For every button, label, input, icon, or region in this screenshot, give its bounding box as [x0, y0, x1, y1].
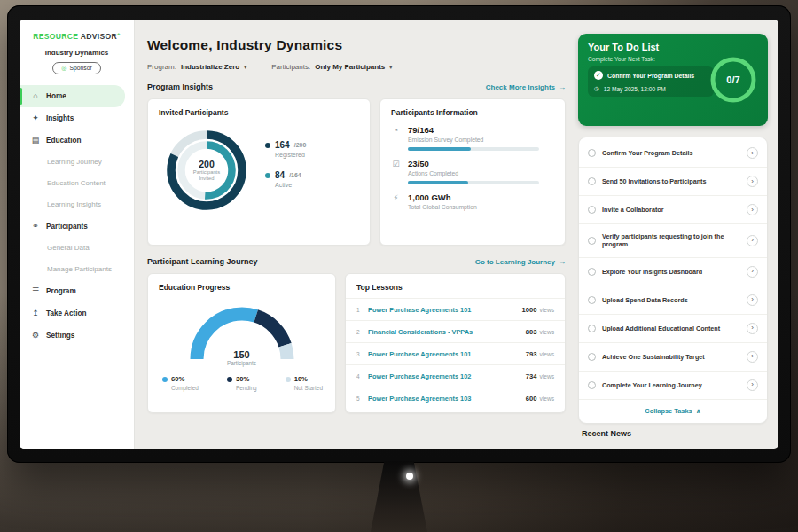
chevron-right-icon[interactable]: ›	[747, 176, 758, 187]
task-row[interactable]: Explore Your Insights Dashboard ›	[579, 258, 767, 286]
chevron-right-icon[interactable]: ›	[747, 266, 758, 278]
sidebar-item-education[interactable]: ▤ Education	[20, 129, 134, 152]
sidebar-item-learning-insights[interactable]: Learning Insights	[20, 194, 134, 215]
sponsor-badge[interactable]: ◎ Sponsor	[52, 62, 100, 74]
lesson-row[interactable]: 1 Power Purchase Agreements 101 1000 vie…	[346, 298, 565, 320]
todo-progress-count: 0/7	[708, 55, 758, 105]
take-action-icon: ↥	[31, 309, 40, 317]
lesson-title-link[interactable]: Financial Considerations - VPPAs	[368, 328, 526, 336]
sidebar-item-education-content[interactable]: Education Content	[20, 173, 134, 194]
lesson-row[interactable]: 4 Power Purchase Agreements 102 734 view…	[346, 364, 565, 387]
chevron-right-icon[interactable]: ›	[747, 351, 758, 363]
lesson-title-link[interactable]: Power Purchase Agreements 101	[368, 306, 522, 314]
task-row[interactable]: Upload Additional Educational Content ›	[579, 315, 767, 343]
task-row[interactable]: Upload Spend Data Records ›	[579, 286, 767, 315]
lesson-views: 734	[526, 372, 537, 380]
chevron-right-icon[interactable]: ›	[747, 204, 758, 215]
lesson-row[interactable]: 3 Power Purchase Agreements 101 793 view…	[346, 342, 565, 364]
task-row[interactable]: Invite a Collaborator ›	[579, 196, 767, 224]
lesson-title-link[interactable]: Power Purchase Agreements 103	[368, 395, 526, 403]
task-checkbox[interactable]	[588, 353, 596, 361]
sponsor-icon: ◎	[61, 65, 66, 72]
participants-icon: ⚭	[31, 222, 40, 231]
survey-icon: ◔	[391, 126, 401, 135]
invited-total: 200	[199, 159, 215, 169]
chevron-up-icon: ∧	[696, 407, 701, 415]
completed-label: Completed	[171, 385, 199, 391]
lesson-views-label: views	[540, 307, 555, 313]
next-task[interactable]: ✓ Confirm Your Program Details	[594, 71, 708, 80]
task-checkbox[interactable]	[588, 149, 596, 157]
sidebar-item-manage-participants[interactable]: Manage Participants	[20, 259, 134, 280]
sidebar-item-label: Take Action	[46, 309, 87, 317]
participants-filter-label: Participants:	[271, 63, 310, 71]
legend-not-started: 10% Not Started	[286, 375, 323, 391]
insights-icon: ✦	[31, 113, 40, 122]
sponsor-label: Sponsor	[69, 65, 91, 71]
gauge-center-label: 150 Participants	[184, 349, 300, 366]
task-checkbox[interactable]	[588, 177, 596, 185]
chevron-right-icon[interactable]: ›	[747, 323, 758, 334]
task-checkbox[interactable]	[588, 325, 596, 332]
program-filter-value: Industrialize Zero	[181, 63, 239, 71]
task-label: Explore Your Insights Dashboard	[602, 268, 740, 276]
task-checkbox[interactable]	[588, 296, 596, 304]
sidebar-item-participants[interactable]: ⚭ Participants	[20, 215, 134, 238]
lesson-views: 803	[526, 328, 537, 336]
task-checkbox[interactable]	[588, 381, 596, 389]
sidebar-item-settings[interactable]: ⚙ Settings	[20, 325, 134, 347]
todo-progress-ring: 0/7	[708, 55, 758, 105]
lesson-rank: 2	[356, 329, 368, 335]
sidebar-item-insights[interactable]: ✦ Insights	[20, 107, 134, 129]
program-filter-label: Program:	[147, 63, 176, 71]
legend-pending: 30% Pending	[227, 375, 256, 391]
chevron-right-icon[interactable]: ›	[747, 235, 758, 246]
donut-legend: 164 /200 Registered 84 /164	[265, 140, 306, 200]
lesson-title-link[interactable]: Power Purchase Agreements 101	[368, 350, 526, 358]
sidebar-item-take-action[interactable]: ↥ Take Action	[20, 302, 134, 325]
active-value: 84	[275, 170, 285, 180]
chevron-down-icon: ▾	[244, 64, 246, 70]
collapse-tasks-link[interactable]: Collapse Tasks ∧	[579, 400, 767, 421]
sidebar-item-program[interactable]: ☰ Program	[20, 280, 134, 302]
sidebar-item-home[interactable]: ⌂ Home	[20, 85, 125, 107]
org-name: Industry Dynamics	[20, 49, 134, 57]
participants-count-label: Participants	[184, 360, 300, 366]
task-row[interactable]: Send 50 Invitations to Participants ›	[579, 168, 767, 196]
logo-primary: RESOURCE	[33, 32, 78, 41]
lesson-views: 1000	[522, 306, 537, 314]
logo-secondary: ADVISOR	[81, 32, 117, 41]
task-checkbox[interactable]	[588, 237, 596, 245]
invited-participants-card: Invited Participants 200	[147, 98, 371, 246]
chevron-right-icon[interactable]: ›	[747, 294, 758, 306]
task-label: Achieve One Sustainability Target	[602, 353, 740, 361]
sidebar-item-learning-journey[interactable]: Learning Journey	[20, 152, 134, 173]
lesson-row[interactable]: 2 Financial Considerations - VPPAs 803 v…	[346, 320, 565, 342]
task-checkbox[interactable]	[588, 268, 596, 276]
task-checkbox[interactable]	[588, 206, 596, 214]
task-row[interactable]: Confirm Your Program Details ›	[579, 139, 767, 168]
legend-active: 84 /164 Active	[265, 170, 306, 188]
sidebar-item-general-data[interactable]: General Data	[20, 238, 134, 259]
program-filter[interactable]: Program: Industrialize Zero ▾	[147, 63, 246, 71]
lesson-rank: 3	[356, 351, 368, 357]
task-row[interactable]: Achieve One Sustainability Target ›	[579, 343, 767, 372]
task-row[interactable]: Complete Your Learning Journey ›	[579, 372, 767, 400]
sidebar-item-label: General Data	[47, 244, 90, 252]
check-more-insights-link[interactable]: Check More Insights →	[486, 83, 566, 91]
education-gauge-chart: 150 Participants	[184, 301, 300, 364]
logo-plus: +	[117, 31, 121, 36]
go-to-learning-journey-link[interactable]: Go to Learning Journey →	[475, 258, 566, 266]
card-title: Invited Participants	[148, 99, 370, 117]
sidebar-item-label: Participants	[46, 223, 88, 231]
chevron-right-icon[interactable]: ›	[747, 147, 758, 159]
lesson-row[interactable]: 5 Power Purchase Agreements 103 600 view…	[346, 387, 565, 409]
task-row[interactable]: Verify participants requesting to join t…	[579, 224, 767, 258]
task-label: Send 50 Invitations to Participants	[602, 177, 740, 185]
progress-bar	[408, 147, 539, 151]
lesson-title-link[interactable]: Power Purchase Agreements 102	[368, 372, 526, 380]
chevron-right-icon[interactable]: ›	[747, 379, 758, 391]
next-task-label: Confirm Your Program Details	[607, 73, 694, 79]
participants-filter[interactable]: Participants: Only My Participants ▾	[271, 63, 392, 71]
active-label: Active	[275, 182, 306, 188]
